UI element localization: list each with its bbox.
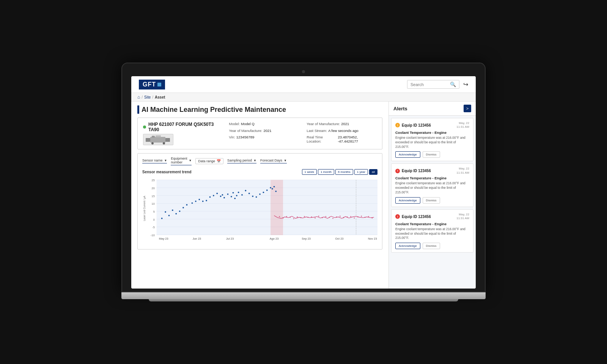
svg-point-76 — [322, 217, 323, 218]
alert-top-3: ! Equip ID 123456 May, 22 11:31 AM — [395, 213, 469, 221]
svg-point-47 — [231, 196, 232, 198]
alert-message-2: Engine coolant temperature was at 216.00… — [395, 181, 469, 195]
acknowledge-btn-2[interactable]: Acknowledge — [395, 197, 420, 204]
svg-point-50 — [236, 195, 237, 196]
svg-text:Jun 23: Jun 23 — [192, 237, 201, 240]
location-label: Real Time Location: — [307, 135, 337, 145]
forecast-days-dropdown[interactable]: Forecast Days ▼ — [260, 158, 287, 163]
alerts-panel: Alerts > ! Equip ID 123456 — [388, 102, 476, 289]
svg-point-44 — [222, 194, 223, 196]
svg-rect-3 — [152, 136, 155, 138]
dismiss-btn-1[interactable]: Dismiss — [423, 151, 440, 158]
sampling-caret-icon: ▼ — [253, 159, 256, 162]
svg-point-68 — [293, 218, 294, 219]
chart-section: Sensor name ▼ Equipmentnumber ▼ Data ran… — [137, 153, 382, 249]
breadcrumb-site[interactable]: Site — [144, 95, 151, 99]
equipment-number-dropdown[interactable]: Equipmentnumber ▼ — [171, 157, 192, 165]
svg-point-56 — [256, 196, 257, 198]
yom-right-label: Year of Manufacture: — [307, 122, 340, 128]
svg-point-90 — [372, 218, 373, 219]
alert-message-1: Engine coolant temperature was at 216.00… — [395, 136, 469, 149]
svg-point-65 — [283, 218, 284, 219]
last-stream-label: Last Stream: — [307, 129, 327, 135]
alerts-header: Alerts > — [389, 102, 476, 116]
svg-point-87 — [361, 216, 362, 217]
svg-point-46 — [227, 193, 229, 195]
svg-rect-0 — [146, 138, 150, 142]
time-btn-6months[interactable]: 6 months — [335, 169, 353, 175]
svg-point-48 — [233, 192, 234, 193]
logout-icon[interactable]: ↪ — [463, 81, 468, 88]
chart-svg: 25 20 15 10 5 0 -5 -10 Laser Led Cur — [142, 178, 377, 246]
home-icon[interactable]: ⌂ — [137, 94, 140, 100]
asset-info-left: HHP 621007 FORUM QSK50T3 TA90 — [143, 122, 222, 145]
time-btn-1year[interactable]: 1 year — [354, 169, 368, 175]
sensor-name-dropdown[interactable]: Sensor name ▼ — [142, 158, 167, 163]
data-range-picker[interactable]: Data range 📅 — [195, 158, 223, 164]
vin-label: Vin: — [229, 135, 235, 145]
svg-text:Sep 23: Sep 23 — [302, 237, 311, 240]
alert-actions-2: Acknowledge Dismiss — [395, 197, 469, 204]
alert-top-1: ! Equip ID 123456 May, 22 11:31 AM — [395, 121, 469, 129]
alerts-toggle-button[interactable]: > — [464, 105, 471, 112]
chart-area: 25 20 15 10 5 0 -5 -10 Laser Led Cur — [142, 178, 377, 246]
alert-timestamp-1: May, 22 11:31 AM — [456, 121, 469, 129]
sampling-period-dropdown[interactable]: Sampling period ▼ — [227, 158, 256, 163]
alert-equip-id-3: Equip ID 123456 — [402, 215, 431, 219]
svg-text:-5: -5 — [152, 226, 155, 229]
location-value: 23.4870452, -47.4428177 — [338, 135, 377, 145]
time-btn-1month[interactable]: 1 month — [318, 169, 334, 175]
svg-point-58 — [263, 191, 264, 193]
model-value: Model Q — [241, 122, 255, 128]
title-accent — [137, 105, 139, 114]
sensor-caret-icon: ▼ — [164, 159, 167, 162]
search-box[interactable]: 🔍 — [407, 80, 459, 89]
asset-card: HHP 621007 FORUM QSK50T3 TA90 — [137, 118, 382, 149]
asset-name: HHP 621007 FORUM QSK50T3 TA90 — [148, 122, 222, 132]
dismiss-btn-3[interactable]: Dismiss — [423, 243, 440, 249]
asset-details: Model: Model Q Year of Manufacture: 2021… — [229, 122, 377, 145]
search-input[interactable] — [410, 82, 448, 87]
svg-point-29 — [168, 215, 170, 217]
svg-point-88 — [365, 217, 366, 218]
svg-point-89 — [368, 216, 369, 217]
svg-point-69 — [297, 217, 298, 218]
status-dot-icon — [143, 126, 146, 129]
svg-point-30 — [172, 209, 173, 211]
svg-rect-4 — [156, 135, 161, 137]
header-right: 🔍 ↪ — [407, 80, 468, 89]
model-label: Model: — [229, 122, 240, 128]
time-btn-1week[interactable]: 1 week — [302, 169, 317, 175]
dismiss-btn-2[interactable]: Dismiss — [423, 197, 440, 204]
alert-card-3: ! Equip ID 123456 May, 22 11:31 AM Coola… — [391, 209, 473, 253]
svg-point-80 — [336, 217, 337, 218]
forecast-caret-icon: ▼ — [284, 159, 287, 162]
chart-title-row: Sensor measurement trend 1 week 1 month … — [142, 169, 377, 175]
acknowledge-btn-3[interactable]: Acknowledge — [395, 243, 420, 249]
alert-type-1: Coolant Temperature - Engine — [395, 130, 469, 135]
alerts-title: Alerts — [393, 106, 407, 111]
svg-point-57 — [259, 193, 261, 195]
svg-point-28 — [165, 211, 166, 213]
alert-top-2: ! Equip ID 123456 May, 22 11:31 AM — [395, 167, 469, 175]
left-panel: AI Machine Learning Predictive Maintenan… — [131, 102, 388, 289]
svg-text:Jul 23: Jul 23 — [226, 237, 234, 240]
logo-square-icon — [157, 83, 161, 86]
svg-point-71 — [304, 216, 305, 217]
svg-point-32 — [179, 210, 181, 212]
alert-card-2: ! Equip ID 123456 May, 22 11:31 AM Coola… — [391, 163, 473, 207]
svg-point-40 — [209, 196, 211, 198]
engine-svg — [145, 135, 171, 144]
main-content: AI Machine Learning Predictive Maintenan… — [131, 102, 476, 289]
calendar-icon: 📅 — [217, 159, 221, 163]
svg-rect-2 — [165, 138, 170, 142]
svg-point-81 — [340, 216, 341, 217]
vin-value: 123456789 — [236, 135, 255, 145]
svg-point-34 — [186, 204, 188, 206]
acknowledge-btn-1[interactable]: Acknowledge — [395, 151, 420, 158]
time-btn-all[interactable]: all — [369, 169, 377, 175]
svg-point-82 — [343, 217, 344, 218]
logo-text: GFT — [143, 81, 156, 88]
svg-point-61 — [272, 188, 273, 190]
svg-text:20: 20 — [152, 187, 155, 190]
